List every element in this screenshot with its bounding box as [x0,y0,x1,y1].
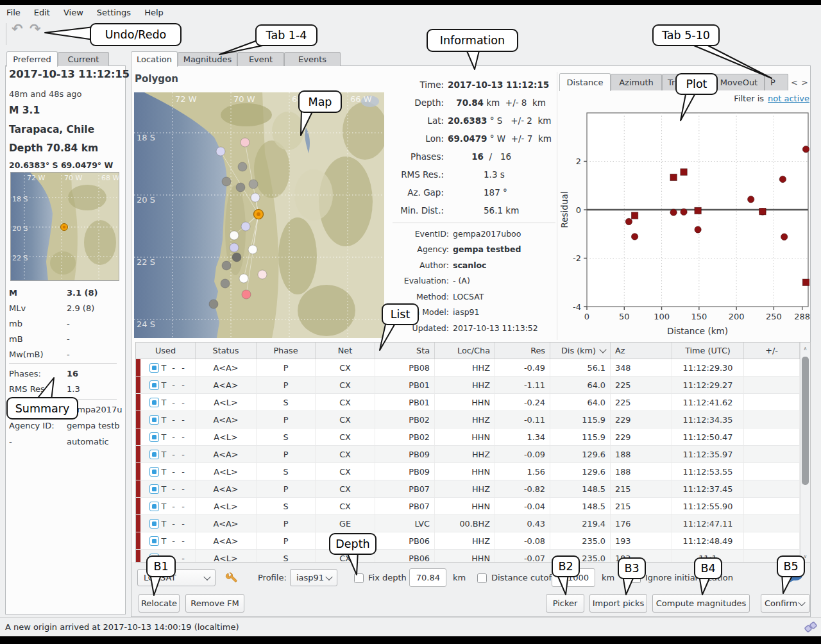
used-checkbox[interactable] [149,519,159,529]
plot-tab-p[interactable]: P [765,74,788,90]
plot-tab-azimuth[interactable]: Azimuth [611,74,662,90]
residual-point-s [681,169,687,175]
summary-mini-map[interactable]: 72 W70 W68 W18 S20 S22 S [10,172,119,281]
residual-point-p [625,218,632,225]
table-row[interactable]: T--A<A>PCXPB09HHZ-0.09129.618811:12:35.9… [136,446,810,463]
station-marker[interactable] [249,180,258,189]
tabbar-scroll-left-icon[interactable]: < [790,75,799,89]
relocate-button[interactable]: Relocate [139,594,180,613]
station-marker[interactable] [239,274,248,283]
tab-events[interactable]: Events [284,52,341,66]
table-row[interactable]: T--A<A>PGELVC00.BHZ0.43219.417611:12:47.… [136,515,810,532]
cell-net: CX [316,359,375,376]
station-marker[interactable] [238,162,247,171]
profile-select[interactable]: iasp91 [290,569,337,586]
used-checkbox[interactable] [149,432,159,442]
undo-icon[interactable]: ↶ [12,21,23,37]
row-value: - [67,350,70,359]
info-label: Az. Gap: [390,187,444,198]
column-header-[interactable]: +/- [744,343,800,359]
station-marker[interactable] [242,290,251,299]
column-header-sta[interactable]: Sta [375,343,435,359]
table-row[interactable]: T--A<L>SCXPB01HHN-0.2464.022511:12:41.62 [136,394,810,411]
station-marker[interactable] [221,279,230,288]
station-marker[interactable] [230,231,239,240]
used-checkbox[interactable] [149,484,159,494]
location-map[interactable]: 72 W70 W68 W66 W18 S20 S22 S24 S [134,92,384,338]
station-marker[interactable] [248,245,257,254]
column-header-az[interactable]: Az [611,343,672,359]
column-header-net[interactable]: Net [316,343,375,359]
confirm-button[interactable]: Confirm [761,594,810,613]
remove-fm-button[interactable]: Remove FM [185,594,244,613]
tab-magnitudes[interactable]: Magnitudes [178,52,237,66]
menu-item-help[interactable]: Help [144,8,164,17]
tab-event[interactable]: Event [237,52,284,66]
used-checkbox[interactable] [149,536,159,546]
tab-current[interactable]: Current [58,52,109,66]
picker-button[interactable]: Picker [546,594,584,613]
column-header-used[interactable]: Used [136,343,196,359]
menu-item-file[interactable]: File [6,8,21,17]
station-marker[interactable] [236,183,245,192]
station-marker[interactable] [258,270,267,279]
tabbar-scroll-right-icon[interactable]: > [800,75,809,89]
checkbox-mark [152,435,157,439]
plot-tab-moveout[interactable]: MoveOut [713,74,765,90]
table-row[interactable]: T--A<A>PCXPB06HHZ-0.08235.019311:12:48.4… [136,532,810,550]
used-checkbox[interactable] [149,450,159,459]
tab-preferred[interactable]: Preferred [6,51,58,67]
info-row: Min. Dist.:56.1 km [390,201,555,219]
station-marker[interactable] [216,147,225,156]
scroll-up-icon[interactable]: ∧ [800,343,810,353]
table-row[interactable]: T--A<A>PCXPB02HHZ-0.11115.922911:12:34.3… [136,411,810,428]
column-header-status[interactable]: Status [196,343,257,359]
table-row[interactable]: T--A<A>PCXPB08HHZ-0.4956.134811:12:29.30 [136,359,810,377]
depth-input[interactable]: 70.84 [409,568,446,587]
station-marker[interactable] [222,261,231,270]
compute-magnitudes-button[interactable]: Compute magnitudes [652,594,750,613]
menu-item-view[interactable]: View [63,8,83,17]
column-header-phase[interactable]: Phase [257,343,316,359]
table-row[interactable]: T--A<L>SCXPB09HHN1.56129.618811:12:53.55 [136,463,810,480]
station-marker[interactable] [241,138,250,147]
station-marker[interactable] [232,253,241,262]
used-flag: - [169,415,178,425]
column-header-res[interactable]: Res [495,343,550,359]
residual-distance-plot[interactable]: 050100150200250288-4-202Distance (km)Res… [559,108,811,340]
used-flag: - [178,554,188,563]
locator-settings-button[interactable] [224,571,239,585]
used-checkbox[interactable] [149,380,159,390]
table-row[interactable]: T--A<L>SCXPB07HHN-0.04148.521511:12:55.9… [136,498,810,515]
used-checkbox[interactable] [149,415,159,425]
station-marker[interactable] [222,177,231,186]
table-scrollbar[interactable]: ∧ ∨ [800,343,810,562]
used-checkbox[interactable] [149,363,159,373]
used-checkbox[interactable] [149,502,159,511]
import-picks-button[interactable]: Import picks [589,594,647,613]
scrollbar-thumb[interactable] [802,357,809,485]
station-marker[interactable] [209,300,218,309]
residual-point-p [779,176,786,182]
plot-tab-distance[interactable]: Distance [559,73,611,91]
menu-item-settings[interactable]: Settings [97,8,131,17]
used-checkbox[interactable] [149,467,159,477]
table-row[interactable]: T--A<A>PCXPB01HHZ-1.1164.022511:12:29.27 [136,377,810,394]
used-cell: T-- [136,377,196,393]
column-header-loc-cha[interactable]: Loc/Cha [435,343,495,359]
residual-point-p [781,233,788,240]
table-row[interactable]: T--A<L>SCXPB02HHN1.34115.922911:12:50.47 [136,428,810,446]
column-header-dis-km[interactable]: Dis (km) [550,343,611,359]
column-header-time-utc[interactable]: Time (UTC) [672,343,744,359]
used-checkbox[interactable] [149,398,159,407]
distance-cutoff-checkbox[interactable] [477,573,487,583]
table-row[interactable]: T--A<A>PCXPB07HHZ-0.82148.521511:12:37.4… [136,480,810,498]
fix-depth-checkbox[interactable] [354,573,364,583]
filter-toggle-link[interactable]: not active [768,94,809,103]
station-marker[interactable] [251,193,260,202]
tab-location[interactable]: Location [131,51,178,67]
station-marker[interactable] [241,222,250,231]
station-marker[interactable] [230,243,239,252]
redo-icon[interactable]: ↷ [30,21,41,37]
menu-item-edit[interactable]: Edit [34,8,50,17]
